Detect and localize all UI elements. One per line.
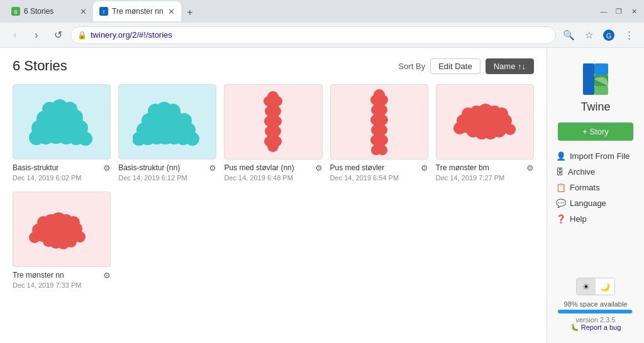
story-date-2: Dec 14, 2019 6:12 PM [118,174,216,182]
story-date-6: Dec 14, 2019 7:33 PM [13,281,111,289]
sidebar-item-import-label: Import From File [570,151,630,161]
svg-text:T: T [103,10,106,14]
theme-toggle: ☀ 🌙 [576,278,615,295]
story-name-5: Tre mønster bm [436,163,524,172]
story-gear-5[interactable]: ⚙ [526,163,534,173]
story-card-4[interactable]: Pus med støvler ⚙ Dec 14, 2019 6:54 PM [330,84,428,182]
report-bug-link[interactable]: 🐛 Report a bug [570,324,621,332]
svg-rect-123 [583,63,594,95]
browser-titlebar: 6 6 Stories ✕ T Tre mønster nn ✕ + — ❐ ✕ [0,0,644,23]
svg-rect-126 [594,86,608,95]
svg-point-122 [65,236,77,248]
minimize-button[interactable]: — [599,6,609,16]
tabs-row: 6 6 Stories ✕ T Tre mønster nn ✕ + [5,1,199,21]
sort-controls: Sort By Edit Date Name ↑↓ [399,58,534,74]
page-header: 6 Stories Sort By Edit Date Name ↑↓ [13,58,534,74]
window-controls: — ❐ ✕ [599,6,639,16]
twine-logo-text: Twine [580,101,610,114]
story-card-3[interactable]: Pus med støvlar (nn) ⚙ Dec 14, 2019 6:48… [224,84,322,182]
language-icon: 💬 [556,199,566,208]
story-date-5: Dec 14, 2019 7:27 PM [436,174,534,182]
story-gear-4[interactable]: ⚙ [421,163,428,173]
story-card-5[interactable]: Tre mønster bm ⚙ Dec 14, 2019 7:27 PM [436,84,534,182]
add-story-button[interactable]: + Story [558,122,633,141]
story-info-5: Tre mønster bm ⚙ Dec 14, 2019 7:27 PM [436,163,534,182]
sidebar-bottom: ☀ 🌙 98% space available version 2.3.5 🐛 … [547,273,644,337]
space-bar-container: 98% space available [558,300,633,313]
story-name-row-4: Pus med støvler ⚙ [330,163,428,173]
light-theme-button[interactable]: ☀ [577,278,596,295]
story-name-row-2: Basis-struktur (nn) ⚙ [118,163,216,173]
story-gear-6[interactable]: ⚙ [103,271,111,280]
maximize-button[interactable]: ❐ [614,6,624,16]
menu-button[interactable]: ⋮ [620,26,638,44]
story-info-1: Basis-struktur ⚙ Dec 14, 2019 6:02 PM [13,163,111,182]
sort-name-button[interactable]: Name ↑↓ [486,58,534,74]
new-tab-button[interactable]: + [181,4,199,21]
close-button[interactable]: ✕ [629,6,639,16]
story-date-3: Dec 14, 2019 6:48 PM [224,174,322,182]
story-gear-1[interactable]: ⚙ [103,163,111,173]
story-gear-3[interactable]: ⚙ [315,163,323,173]
story-gear-2[interactable]: ⚙ [209,163,216,173]
story-info-3: Pus med støvlar (nn) ⚙ Dec 14, 2019 6:48… [224,163,322,182]
svg-text:6: 6 [14,9,17,15]
sidebar-menu: 👤 Import From File 🗄 Archive 📋 Formats 💬… [547,148,644,227]
archive-icon: 🗄 [556,167,564,177]
sidebar-item-archive[interactable]: 🗄 Archive [547,164,644,180]
stories-grid-row2: Tre mønster nn ⚙ Dec 14, 2019 7:33 PM [13,192,534,289]
story-card-1[interactable]: Basis-struktur ⚙ Dec 14, 2019 6:02 PM [13,84,111,182]
tab-close-tre[interactable]: ✕ [168,7,175,16]
story-name-4: Pus med støvler [330,163,418,172]
story-thumbnail-6 [13,192,111,267]
version-text: version 2.3.5 [576,316,616,324]
sort-edit-date-button[interactable]: Edit Date [430,58,480,74]
sidebar-item-help-label: Help [570,214,587,224]
tab-6-stories[interactable]: 6 6 Stories ✕ [5,1,93,21]
story-name-6: Tre mønster nn [13,271,101,280]
story-thumbnail-5 [436,84,534,160]
import-icon: 👤 [556,151,566,161]
sidebar-item-formats[interactable]: 📋 Formats [547,180,644,195]
twine-logo [577,60,614,98]
svg-rect-124 [594,63,608,75]
svg-point-23 [62,102,77,117]
story-thumbnail-1 [13,84,111,160]
tab-tre-monster[interactable]: T Tre mønster nn ✕ [93,1,181,21]
main-layout: 6 Stories Sort By Edit Date Name ↑↓ [0,48,644,343]
story-date-1: Dec 14, 2019 6:02 PM [13,174,111,182]
story-card-6[interactable]: Tre mønster nn ⚙ Dec 14, 2019 7:33 PM [13,192,111,289]
sidebar-item-language[interactable]: 💬 Language [547,195,644,211]
address-bar[interactable]: 🔒 twinery.org/2/#!/stories [70,26,556,44]
address-text: twinery.org/2/#!/stories [91,30,172,40]
story-thumbnail-2 [118,84,216,160]
dark-theme-button[interactable]: 🌙 [596,278,614,295]
svg-point-78 [377,145,387,155]
svg-point-118 [67,216,80,229]
sidebar-item-import[interactable]: 👤 Import From File [547,148,644,164]
svg-point-60 [267,141,279,152]
sidebar-item-help[interactable]: ❓ Help [547,211,644,227]
space-bar [558,310,633,313]
svg-point-96 [496,107,508,120]
twine-logo-area: Twine [577,60,614,114]
bug-icon: 🐛 [570,324,579,331]
story-date-4: Dec 14, 2019 6:54 PM [330,174,428,182]
browser-toolbar: ‹ › ↺ 🔒 twinery.org/2/#!/stories 🔍 ☆ G ⋮ [0,23,644,48]
back-button[interactable]: ‹ [6,26,24,44]
profile-button[interactable]: G [600,26,618,44]
bookmark-button[interactable]: ☆ [580,26,597,44]
tab-close-6stories[interactable]: ✕ [80,7,87,16]
tab-label: 6 Stories [24,7,53,16]
story-name-2: Basis-struktur (nn) [118,163,206,172]
reload-button[interactable]: ↺ [49,26,67,44]
story-info-6: Tre mønster nn ⚙ Dec 14, 2019 7:33 PM [13,271,111,289]
story-name-3: Pus med støvlar (nn) [224,163,312,172]
story-card-2[interactable]: Basis-struktur (nn) ⚙ Dec 14, 2019 6:12 … [118,84,216,182]
space-label: 98% space available [558,300,633,308]
search-button[interactable]: 🔍 [560,26,577,44]
content-area: 6 Stories Sort By Edit Date Name ↑↓ [0,48,547,343]
forward-button[interactable]: › [28,26,45,44]
sidebar-item-language-label: Language [570,199,606,208]
story-name-row-6: Tre mønster nn ⚙ [13,271,111,280]
